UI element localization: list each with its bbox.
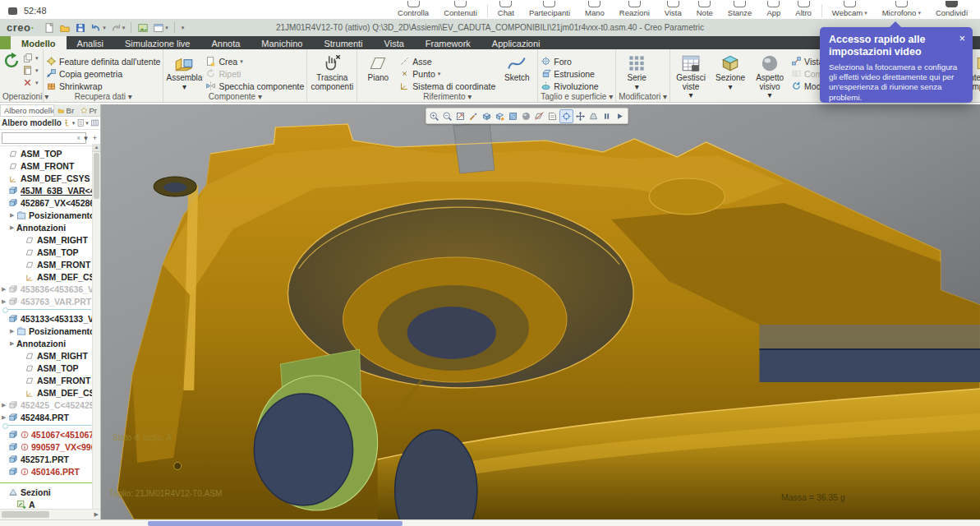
meeting-button-note[interactable]: Note (689, 1, 720, 19)
tree-item[interactable]: ASM_TOP (0, 246, 93, 258)
meeting-button-altro[interactable]: Altro (788, 1, 819, 19)
meeting-button-stanze[interactable]: Stanze (720, 1, 760, 19)
meeting-button-mano[interactable]: Mano (577, 1, 612, 19)
tree-item[interactable]: ASM_DEF_CSYS (0, 172, 93, 184)
play-icon[interactable] (614, 110, 626, 122)
tree-search-input[interactable] (2, 132, 86, 144)
scroll-right-icon[interactable]: ▶ (94, 511, 100, 518)
hole-button[interactable]: Foro (541, 56, 598, 67)
group-label-componente[interactable]: Componente ▾ (166, 91, 304, 102)
tree-item[interactable]: ASM_RIGHT (0, 349, 93, 362)
tree-item[interactable]: ASM_DEF_CSYS (0, 386, 93, 399)
tree-item[interactable]: 451067<451067_VAR (0, 428, 93, 441)
insert-locator[interactable] (2, 423, 91, 428)
appearance-button[interactable]: Aspetto visivo▾ (752, 52, 788, 100)
pattern-button[interactable]: Serie▾ (619, 52, 655, 91)
tree-item[interactable]: 452571.PRT (0, 453, 93, 465)
tab-modello[interactable]: Modello (11, 36, 67, 49)
regenerate-icon[interactable] (2, 52, 21, 70)
new-file-button[interactable] (43, 21, 56, 35)
tree-item[interactable]: ▶Posizionamento (0, 209, 93, 221)
repeat-component-button[interactable]: Ripeti (205, 68, 304, 79)
annotation-display-icon[interactable] (546, 110, 559, 122)
tree-item[interactable]: 450146.PRT (0, 465, 93, 478)
tree-item[interactable]: A (0, 498, 93, 510)
tab-annota[interactable]: Annota (200, 36, 251, 49)
mirror-component-button[interactable]: Specchia componente (205, 81, 304, 91)
pause-icon[interactable] (600, 110, 613, 122)
extrude-button[interactable]: Estrusione (541, 68, 598, 79)
tree-horizontal-scrollbar[interactable]: ▶ (0, 509, 100, 519)
meeting-button-condividi[interactable]: Condividi (928, 1, 975, 19)
expander-icon[interactable]: ▶ (10, 340, 16, 347)
group-label-recupera-dati[interactable]: Recupera dati ▾ (46, 91, 160, 102)
tab-model-tree[interactable]: Albero modello (0, 104, 54, 116)
tree-item[interactable]: 990597_VX<990597_V (0, 441, 93, 453)
graphics-viewport[interactable]: Stato di taglio: A Taglio: 21JM01R4V12-T… (101, 104, 980, 519)
zoom-out-icon[interactable] (441, 110, 453, 122)
clear-search-icon[interactable]: × (76, 134, 81, 142)
scroll-up-icon[interactable]: ▲ (93, 144, 100, 152)
save-button[interactable] (74, 21, 87, 35)
tab-framework[interactable]: Framework (415, 36, 481, 49)
axis-button[interactable]: Asse (399, 56, 495, 67)
section-button[interactable]: Sezione▾ (712, 52, 748, 91)
tab-manichino[interactable]: Manichino (251, 36, 313, 49)
open-file-button[interactable] (58, 21, 71, 35)
group-label-modificatori[interactable]: Modificatori ▾ (619, 91, 667, 102)
capture-image-button[interactable] (136, 21, 150, 35)
tree-item[interactable]: ASM_FRONT (0, 374, 93, 386)
paste-button[interactable]: ▾ (22, 65, 39, 76)
sketch-button[interactable]: Sketch (499, 52, 535, 83)
undo-button[interactable]: ▾ (90, 21, 107, 35)
group-label-riferimento[interactable]: Riferimento ▾ (360, 91, 535, 102)
meeting-button-controlla[interactable]: Controlla (390, 1, 436, 19)
tree-item[interactable]: ▶Posizionamento (0, 325, 93, 337)
close-icon[interactable]: × (959, 33, 965, 44)
tab-strumenti[interactable]: Strumenti (313, 36, 373, 49)
meeting-button-app[interactable]: App (759, 1, 788, 19)
tree-item[interactable]: ▶453763_VAR.PRT (0, 295, 93, 307)
perspective-icon[interactable] (587, 110, 600, 122)
tab-favorites[interactable]: Pr (77, 105, 100, 116)
expander-icon[interactable]: ▶ (2, 414, 8, 421)
zoom-in-icon[interactable] (428, 110, 440, 122)
tree-item[interactable]: ASM_DEF_CSYS (0, 270, 93, 283)
expander-icon[interactable]: ▶ (2, 286, 8, 293)
group-label-operazioni[interactable]: Operazioni ▾ (2, 91, 40, 102)
group-label-taglio[interactable]: Taglio e superficie ▾ (541, 91, 613, 102)
spin-center-icon[interactable] (559, 109, 573, 123)
create-component-button[interactable]: Crea▾ (205, 56, 304, 67)
repaint-icon[interactable] (467, 110, 480, 122)
saved-views-icon[interactable] (481, 110, 493, 122)
expander-icon[interactable]: ▶ (10, 212, 16, 219)
csys-button[interactable]: Sistema di coordinate (399, 81, 495, 91)
tree-vertical-scrollbar[interactable]: ▲ (92, 144, 100, 510)
tree-item[interactable]: ▶Annotazioni (0, 221, 93, 233)
meeting-button-webcam[interactable]: Webcam▾ (825, 1, 875, 19)
tree-settings-button[interactable] (90, 118, 99, 127)
point-button[interactable]: Punto▾ (399, 68, 495, 79)
tab-vista[interactable]: Vista (374, 36, 415, 49)
tree-item[interactable]: ASM_TOP (0, 147, 93, 159)
search-options-button[interactable]: ▾ (82, 134, 90, 142)
tree-item[interactable]: 453133<453133_VAR>. (0, 312, 93, 325)
revolve-button[interactable]: Rivoluzione (541, 81, 598, 91)
window-switch-button[interactable]: ▾ (152, 21, 169, 35)
tree-item[interactable]: ▶Annotazioni (0, 337, 93, 349)
customize-qat-button[interactable]: ▾ (180, 24, 186, 32)
meeting-button-vista[interactable]: Vista (657, 1, 689, 19)
expander-icon[interactable]: ▶ (2, 298, 8, 305)
tree-item[interactable]: ▶453636<453636_VAR> (0, 283, 93, 295)
tree-item[interactable]: ▶452484.PRT (0, 411, 93, 423)
redo-button[interactable]: ▾ (109, 21, 127, 35)
tree-item[interactable]: 45JM_63B_VAR<45JM_ (0, 184, 93, 196)
delete-button[interactable]: ▾ (22, 77, 39, 88)
tree-item[interactable]: 452867_VX<452867_VA (0, 196, 93, 209)
tree-item[interactable]: Sezioni (0, 486, 93, 498)
datum-display-icon[interactable] (533, 110, 545, 122)
plane-button[interactable]: Piano (360, 52, 396, 83)
assemble-button[interactable]: Assembla▾ (166, 52, 202, 91)
meeting-button-microfono[interactable]: Microfono▾ (875, 1, 928, 19)
component-drag-icon[interactable] (574, 110, 587, 122)
